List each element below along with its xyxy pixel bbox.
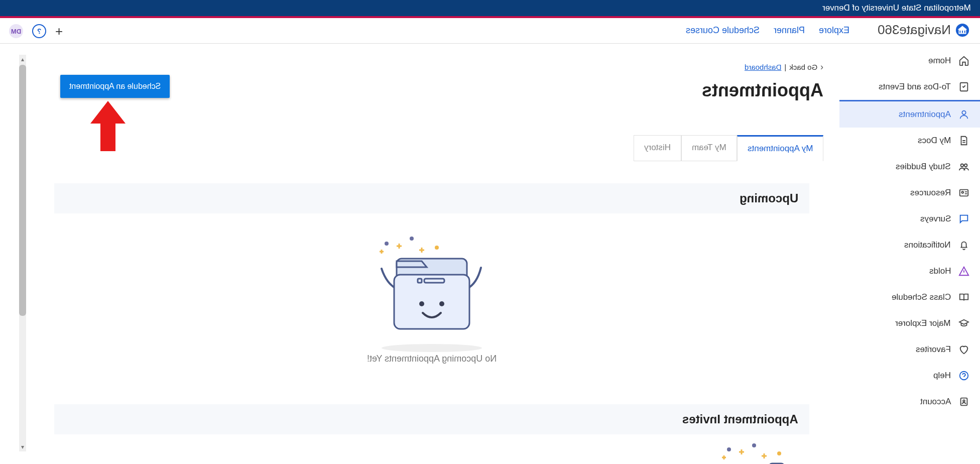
sidebar-item-label: Holds [929, 266, 951, 276]
document-icon [958, 135, 970, 147]
sidebar-item-label: Home [928, 56, 951, 66]
section-invites: Appointment Invites [40, 392, 823, 464]
scroll-thumb[interactable] [19, 65, 26, 316]
checklist-icon [958, 81, 970, 93]
sidebar-item-holds[interactable]: Holds [839, 258, 980, 284]
sparkles-icon [709, 439, 809, 464]
svg-point-18 [435, 246, 439, 250]
chevron-right-icon: › [820, 62, 823, 72]
sidebar-item-favorites[interactable]: Favorites [839, 336, 980, 363]
org-banner: Metropolitan State University of Denver [0, 0, 980, 18]
sidebar-item-class-schedule[interactable]: Class Schedule [839, 284, 980, 310]
tabs: My Appointments My Team History [634, 135, 823, 161]
open-book-icon [958, 291, 970, 303]
id-card-icon [958, 187, 970, 199]
content-panel: ▴ ▾ Go back | Dashboard › Appointments S… [15, 51, 838, 457]
schedule-appointment-button[interactable]: Schedule an Appointment [60, 75, 170, 98]
sidebar-item-help[interactable]: Help [839, 363, 980, 389]
sidebar-item-label: Appointments [899, 109, 951, 120]
sidebar-item-label: Surveys [920, 214, 951, 224]
empty-folder-icon [366, 234, 497, 344]
svg-point-23 [439, 301, 444, 306]
nav-links: Explore Planner Schedule Courses [686, 25, 849, 36]
annotation-arrow-icon [90, 101, 126, 151]
go-back-label: Go back | Dashboard [745, 63, 817, 71]
svg-point-16 [385, 242, 389, 246]
sidebar-item-label: Study Buddies [896, 162, 951, 172]
svg-point-11 [961, 191, 963, 193]
people-icon [958, 161, 970, 173]
sidebar-item-surveys[interactable]: Surveys [839, 206, 980, 232]
breadcrumb: Go back | Dashboard › [745, 62, 823, 72]
sidebar-item-label: My Docs [918, 136, 951, 146]
avatar[interactable]: DM [9, 24, 23, 38]
sidebar-item-label: To-Dos and Events [879, 82, 951, 92]
sidebar-item-appointments[interactable]: Appointments [839, 100, 980, 128]
svg-rect-5 [964, 30, 965, 33]
section-upcoming: Upcoming [40, 171, 823, 381]
svg-point-9 [964, 164, 967, 167]
svg-point-24 [727, 447, 731, 451]
help-icon[interactable]: ? [32, 24, 46, 38]
sidebar-item-todos[interactable]: To-Dos and Events [839, 74, 980, 100]
svg-point-25 [752, 443, 756, 447]
sidebar-item-notifications[interactable]: Notifications [839, 232, 980, 258]
brand-label: Navigate360 [878, 22, 951, 38]
sidebar-item-account[interactable]: Account [839, 389, 980, 415]
sidebar-item-resources[interactable]: Resources [839, 180, 980, 206]
svg-point-26 [777, 451, 781, 455]
nav-link-schedule[interactable]: Schedule Courses [686, 25, 760, 36]
top-nav: Navigate360 Explore Planner Schedule Cou… [0, 18, 980, 44]
sidebar-item-major-explorer[interactable]: Major Explorer [839, 310, 980, 336]
svg-point-17 [410, 237, 414, 241]
sidebar-item-label: Resources [910, 188, 951, 198]
scroll-up-icon[interactable]: ▴ [19, 56, 26, 63]
brand[interactable]: Navigate360 [878, 22, 970, 38]
section-header: Upcoming [54, 183, 809, 213]
empty-message: No Upcoming Appointments Yet! [54, 354, 809, 364]
svg-rect-3 [959, 30, 960, 33]
tab-my-team[interactable]: My Team [681, 135, 737, 161]
section-header: Appointment Invites [54, 404, 809, 434]
sidebar-item-label: Class Schedule [892, 292, 951, 302]
sidebar-item-home[interactable]: Home [839, 48, 980, 74]
svg-rect-10 [960, 190, 968, 196]
heart-icon [958, 343, 970, 356]
sidebar-item-label: Help [933, 371, 951, 381]
sidebar-item-label: Account [920, 397, 951, 407]
scroll-down-icon[interactable]: ▾ [19, 443, 26, 450]
section-title: Upcoming [740, 191, 798, 205]
breadcrumb-link[interactable]: Dashboard [745, 63, 781, 71]
chat-icon [958, 213, 970, 225]
page-title: Appointments [702, 80, 823, 101]
tab-history[interactable]: History [634, 135, 681, 161]
svg-point-14 [963, 400, 965, 402]
person-icon [958, 108, 970, 121]
tab-my-appointments[interactable]: My Appointments [737, 135, 823, 161]
sidebar-item-docs[interactable]: My Docs [839, 128, 980, 154]
warning-icon [958, 265, 970, 277]
empty-state: No Upcoming Appointments Yet! [54, 213, 809, 364]
scrollbar[interactable]: ▴ ▾ [19, 55, 26, 451]
home-icon [958, 55, 970, 67]
svg-rect-4 [962, 30, 963, 33]
add-button[interactable]: + [55, 25, 63, 38]
svg-point-8 [961, 164, 964, 167]
graduation-cap-icon [958, 317, 970, 329]
sidebar: Home To-Dos and Events Appointments My D… [839, 48, 980, 415]
account-icon [958, 396, 970, 408]
svg-point-7 [962, 111, 965, 114]
nav-utility: DM ? + [9, 24, 63, 38]
nav-link-planner[interactable]: Planner [774, 25, 805, 36]
bell-icon [958, 239, 970, 251]
sidebar-item-study-buddies[interactable]: Study Buddies [839, 154, 980, 180]
org-name: Metropolitan State University of Denver [822, 3, 971, 13]
svg-marker-15 [90, 101, 126, 151]
sidebar-item-label: Favorites [916, 344, 951, 355]
shadow-icon [382, 344, 482, 352]
help-circle-icon [958, 370, 970, 382]
svg-point-22 [419, 301, 424, 306]
nav-link-explore[interactable]: Explore [819, 25, 849, 36]
brand-icon [955, 23, 970, 38]
sidebar-item-label: Notifications [904, 240, 951, 250]
